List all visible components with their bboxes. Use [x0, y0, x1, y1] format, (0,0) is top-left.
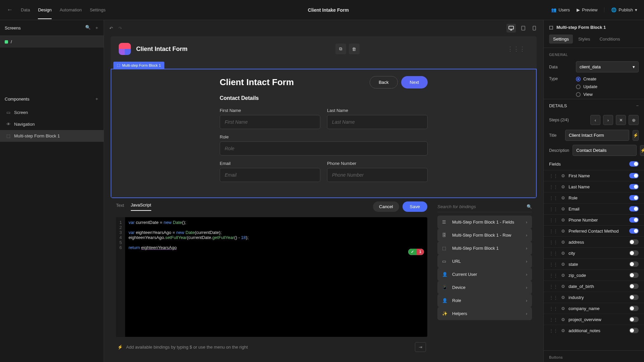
field-toggle[interactable] [629, 273, 639, 278]
redo-icon[interactable]: ↷ [118, 26, 122, 31]
bindings-search[interactable]: 🔍 [437, 201, 532, 212]
gear-icon[interactable]: ⚙ [561, 295, 565, 300]
details-header[interactable]: DETAILS − [544, 99, 644, 112]
field-toggle[interactable] [629, 284, 639, 289]
field-toggle[interactable] [629, 250, 639, 256]
delete-icon[interactable]: 🗑 [349, 44, 360, 54]
type-radio-update[interactable]: Update [576, 84, 597, 89]
gear-icon[interactable]: ⚙ [561, 251, 565, 256]
lint-badge[interactable]: ✓ 1 [408, 249, 424, 255]
field-item[interactable]: ⋮⋮⚙Phone Number [544, 214, 644, 225]
drag-handle-icon[interactable]: ⋮⋮ [549, 328, 558, 333]
field-item[interactable]: ⋮⋮⚙Role [544, 192, 644, 203]
desktop-icon[interactable] [506, 24, 516, 33]
field-item[interactable]: ⋮⋮⚙company_name [544, 303, 644, 314]
field-toggle[interactable] [629, 228, 639, 234]
field-item[interactable]: ⋮⋮⚙Email [544, 203, 644, 214]
gear-icon[interactable]: ⚙ [561, 262, 565, 267]
copy-icon[interactable]: ⧉ [335, 44, 346, 54]
field-toggle[interactable] [629, 195, 639, 200]
desc-field-input[interactable] [573, 145, 637, 156]
field-toggle[interactable] [629, 217, 639, 223]
back-arrow-icon[interactable]: ← [7, 6, 13, 13]
field-toggle[interactable] [629, 184, 639, 189]
data-select[interactable]: client_data ▾ [576, 61, 639, 72]
component-item[interactable]: ⬚Multi-step Form Block 1 [0, 130, 104, 142]
field-item[interactable]: ⋮⋮⚙project_overview [544, 314, 644, 325]
drag-handle-icon[interactable]: ⋮⋮ [549, 173, 558, 178]
binding-item[interactable]: 👤Role› [437, 294, 532, 307]
export-icon[interactable]: ⇥ [415, 342, 426, 352]
undo-icon[interactable]: ↶ [109, 26, 113, 31]
tab-automation[interactable]: Automation [60, 1, 82, 19]
gear-icon[interactable]: ⚙ [561, 206, 565, 212]
field-item[interactable]: ⋮⋮⚙date_of_birth [544, 281, 644, 292]
drag-handle-icon[interactable]: ⋮⋮ [549, 229, 558, 234]
gear-icon[interactable]: ⚙ [561, 218, 565, 223]
drag-handle-icon[interactable]: ⋮⋮ [549, 206, 558, 212]
field-item[interactable]: ⋮⋮⚙zip_code [544, 269, 644, 281]
fields-master-toggle[interactable] [629, 161, 639, 167]
tab-data[interactable]: Data [21, 1, 30, 19]
drag-grip-icon[interactable]: ⋮⋮⋮ [507, 45, 529, 53]
gear-icon[interactable]: ⚙ [561, 273, 565, 278]
field-toggle[interactable] [629, 328, 639, 333]
step-close-icon[interactable]: ✕ [616, 115, 626, 125]
field-toggle[interactable] [629, 206, 639, 212]
drag-handle-icon[interactable]: ⋮⋮ [549, 240, 558, 245]
field-toggle[interactable] [629, 261, 639, 267]
save-button[interactable]: Save [402, 201, 427, 212]
field-item[interactable]: ⋮⋮⚙state [544, 258, 644, 269]
gear-icon[interactable]: ⚙ [561, 306, 565, 311]
mobile-icon[interactable] [531, 24, 538, 33]
first-name-input[interactable] [220, 115, 320, 129]
gear-icon[interactable]: ⚙ [561, 195, 565, 200]
drag-handle-icon[interactable]: ⋮⋮ [549, 262, 558, 267]
add-screen-icon[interactable]: ＋ [95, 25, 99, 31]
drag-handle-icon[interactable]: ⋮⋮ [549, 195, 558, 200]
field-toggle[interactable] [629, 295, 639, 300]
binding-item[interactable]: 👤Current User› [437, 268, 532, 281]
field-item[interactable]: ⋮⋮⚙Last Name [544, 181, 644, 192]
users-button[interactable]: 👥 Users [551, 7, 570, 12]
email-input[interactable] [220, 168, 320, 182]
step-prev-icon[interactable]: ‹ [590, 115, 600, 125]
drag-handle-icon[interactable]: ⋮⋮ [549, 273, 558, 278]
drag-handle-icon[interactable]: ⋮⋮ [549, 317, 558, 322]
rp-tab-settings[interactable]: Settings [549, 35, 573, 44]
tablet-icon[interactable] [519, 24, 527, 33]
binding-item[interactable]: 🗄Multi-Step Form Block 1 - Row› [437, 229, 532, 242]
gear-icon[interactable]: ⚙ [561, 317, 565, 322]
field-toggle[interactable] [629, 306, 639, 311]
binding-item[interactable]: ☰Multi-Step Form Block 1 - Fields› [437, 216, 532, 229]
search-icon[interactable]: 🔍 [85, 25, 91, 31]
cancel-button[interactable]: Cancel [373, 201, 399, 212]
gear-icon[interactable]: ⚙ [561, 284, 565, 289]
editor-tab-js[interactable]: JavaScript [131, 202, 151, 211]
type-radio-create[interactable]: Create [576, 76, 597, 81]
title-field-input[interactable] [565, 130, 629, 141]
preview-button[interactable]: ▶ Preview [577, 7, 597, 12]
search-icon[interactable]: 🔍 [527, 204, 532, 209]
field-item[interactable]: ⋮⋮⚙Preferred Contact Method [544, 225, 644, 236]
back-button[interactable]: Back [370, 76, 398, 88]
role-input[interactable] [220, 141, 428, 156]
tab-settings[interactable]: Settings [90, 1, 106, 19]
gear-icon[interactable]: ⚙ [561, 240, 565, 245]
title-bolt-icon[interactable]: ⚡ [633, 130, 639, 141]
form-canvas[interactable]: Client Intact Form Back Next Contact Det… [111, 69, 537, 198]
component-item[interactable]: ▭Screen [0, 107, 104, 118]
next-button[interactable]: Next [401, 76, 428, 88]
field-item[interactable]: ⋮⋮⚙First Name [544, 170, 644, 181]
rp-tab-styles[interactable]: Styles [574, 35, 594, 44]
field-item[interactable]: ⋮⋮⚙address [544, 236, 644, 247]
publish-button[interactable]: 🌐 Publish ▾ [604, 7, 637, 12]
component-item[interactable]: 👁Navigation [0, 118, 104, 130]
collapse-icon[interactable]: − [636, 103, 639, 108]
last-name-input[interactable] [327, 115, 428, 129]
selection-tag[interactable]: ⬚ Multi-step Form Block 1 [113, 62, 164, 69]
editor-tab-text[interactable]: Text [116, 203, 124, 210]
code-content[interactable]: var currentDate = new Date(); var eighte… [125, 217, 427, 337]
field-toggle[interactable] [629, 239, 639, 245]
drag-handle-icon[interactable]: ⋮⋮ [549, 306, 558, 311]
